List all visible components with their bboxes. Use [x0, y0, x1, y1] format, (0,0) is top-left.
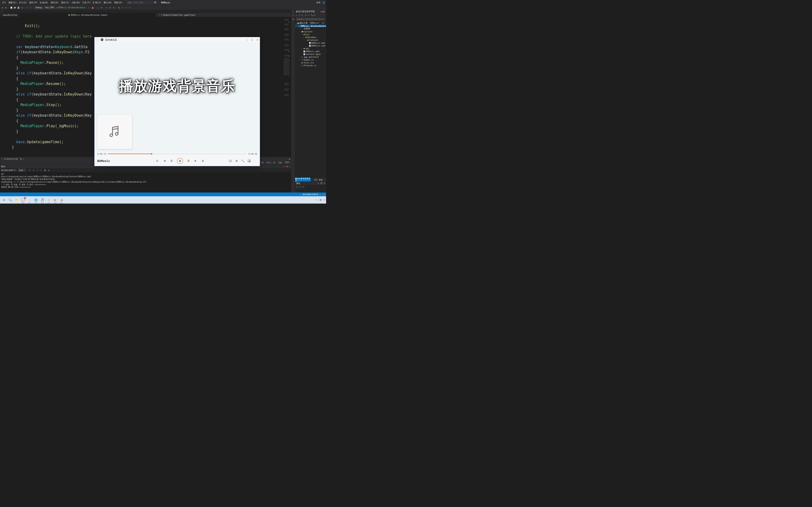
tray-chevron-icon[interactable]: へ — [315, 199, 318, 202]
menu-build[interactable]: 生成(B) — [39, 1, 49, 4]
menu-extensions[interactable]: 扩展(X) — [92, 1, 102, 4]
pin-icon[interactable]: 📌 — [321, 10, 324, 13]
search-input[interactable] — [128, 1, 154, 4]
miniplayer-icon[interactable] — [247, 159, 251, 162]
tab-git-changes[interactable]: Git 更改 — [311, 178, 326, 181]
tree-bin[interactable]: ▾📁bin — [295, 33, 326, 36]
tray-ime[interactable]: 英 — [319, 199, 322, 202]
menu-tools[interactable]: 工具(T) — [81, 1, 91, 4]
split-icon[interactable]: ⧉ — [292, 18, 294, 21]
forward-icon[interactable] — [187, 159, 190, 162]
tab-update-method[interactable]: ▾ ◆ Update(GameTime gameTime) — [156, 13, 291, 17]
tray-keyboard-icon[interactable]: ⌨ — [323, 199, 325, 201]
tab-solution-explorer[interactable]: 解决方案资源管理器 — [295, 178, 311, 181]
tree-windows[interactable]: ▾📁Windows — [295, 36, 326, 39]
task-app1[interactable]: ◧ — [53, 198, 58, 203]
menu-view[interactable]: 视图(V) — [7, 1, 18, 4]
tree-file-manifest[interactable]: ⚙app.manifest — [295, 56, 326, 58]
tree-file-icon[interactable]: 🖼Icon.ico — [295, 61, 326, 64]
task-vs[interactable]: ∞ — [46, 198, 51, 203]
minimize-icon[interactable]: — — [246, 38, 248, 41]
menu-analyze[interactable]: 分析(N) — [71, 1, 81, 4]
user-icon[interactable]: 👤 — [322, 1, 325, 4]
clear-all-icon[interactable]: 🗑 — [44, 169, 46, 172]
task-files[interactable]: 🗂 — [27, 198, 32, 203]
prev-track-icon[interactable] — [163, 159, 166, 162]
prop-btn[interactable] — [299, 186, 301, 188]
login-link[interactable]: 登录 — [316, 1, 320, 4]
dropdown-icon[interactable]: ▾ — [284, 165, 285, 167]
task-explorer[interactable]: 📁 — [14, 198, 19, 203]
volume-icon[interactable] — [235, 159, 238, 162]
global-search[interactable]: 🔍 — [126, 1, 157, 4]
crumb-toggle-icon[interactable]: ▸ — [1, 10, 3, 12]
tab-game1[interactable]: ⬤ BGMusic.WindowsDesktop.Game1 — [20, 13, 156, 17]
config-select[interactable]: Debug — [35, 6, 43, 9]
run-button[interactable]: ▶ BGMusic.WindowsDesktop ▾ — [56, 6, 87, 9]
status-indent[interactable]: 空格 — [278, 161, 282, 164]
output-text[interactable]: 前? Users\chengcong\source\repos\BGMusic\… — [0, 172, 291, 189]
redo-icon[interactable]: ↷ — [30, 6, 32, 9]
tree-file-mgcb[interactable]: 📄Content.mgcb — [295, 53, 326, 56]
save-icon[interactable]: 💾 — [17, 6, 20, 9]
menu-test[interactable]: 测试(S) — [60, 1, 70, 4]
step-icon[interactable]: ↹ — [112, 6, 115, 9]
media-player-window[interactable]: ← 媒体播放器 — ▢ ✕ 播放游戏背景音乐 — [94, 37, 260, 166]
task-app2[interactable]: ◨ — [59, 198, 64, 203]
tree-obj[interactable]: ▸📁obj — [295, 47, 326, 50]
refresh-icon[interactable]: ↻ — [308, 14, 310, 17]
media-back-button[interactable]: ← — [96, 38, 99, 41]
solution-search-input[interactable] — [296, 17, 325, 21]
preview-icon[interactable]: ⧉ — [314, 14, 316, 17]
menu-file[interactable]: (F) — [1, 1, 7, 4]
minimap-viewport[interactable] — [284, 58, 289, 75]
tool-icon[interactable]: ⎘ — [100, 6, 103, 9]
pin-icon[interactable]: 📌 — [286, 165, 288, 167]
task-search[interactable]: 🔍 — [8, 198, 13, 203]
tree-content[interactable]: ▾📁Content — [295, 30, 326, 33]
pause-button[interactable] — [177, 158, 183, 164]
close-icon[interactable]: ✕ — [257, 38, 258, 41]
filter-icon[interactable]: 🔧 ▾ — [19, 158, 24, 160]
solution-tree[interactable]: ▾📁解决方案 'BGMusic' (1 个项目, 共 ▾▣BGMusic.Win… — [295, 21, 326, 178]
tree-file-game1[interactable]: ▸C#Game1.cs — [295, 58, 326, 61]
cast-icon[interactable] — [229, 159, 232, 162]
more-icon[interactable]: ⋯ — [254, 159, 257, 162]
bookmark-icon[interactable]: ☐ — [125, 6, 128, 9]
minimap[interactable] — [284, 17, 289, 157]
progress-knob[interactable] — [151, 153, 152, 155]
menu-git[interactable]: Git(G) — [18, 1, 28, 4]
tree-solution-root[interactable]: ▾📁解决方案 'BGMusic' (1 个项目, 共 — [295, 22, 326, 25]
add-icon[interactable]: ＋ — [292, 10, 294, 13]
prop-btn[interactable] — [302, 186, 305, 188]
tree-deps[interactable]: ▸⬚依赖项 — [295, 27, 326, 30]
properties-icon[interactable]: 🔧 — [311, 14, 313, 17]
task-media[interactable]: 🎵 — [40, 198, 45, 203]
screwdriver-icon[interactable]: ✎ — [292, 14, 294, 17]
tree-content2[interactable]: ▾📁Content — [295, 39, 326, 42]
scroll-left-icon[interactable]: ◀ — [289, 158, 290, 160]
wrap-icon[interactable]: ↩ — [36, 169, 39, 172]
repo-icon[interactable]: ⬚ — [323, 193, 324, 195]
nav-fwd-icon[interactable]: ▶ — [5, 6, 7, 9]
status-eol[interactable]: CRLF — [285, 161, 290, 164]
save-all-icon[interactable]: 🗂 — [21, 6, 23, 9]
menu-help[interactable]: 帮助(H) — [113, 1, 123, 4]
show-all-icon[interactable]: 👁 — [305, 14, 307, 17]
toggle-icon[interactable]: ⇄ — [32, 169, 35, 172]
menu-debug[interactable]: 调试(D) — [50, 1, 60, 4]
goto-icon[interactable]: ⬚ — [40, 169, 43, 172]
undo-icon[interactable]: ↶ — [26, 6, 29, 9]
sync-icon[interactable]: ⟲ — [299, 14, 301, 17]
start-no-debug-icon[interactable]: ▷ — [88, 6, 91, 9]
bookmark-icon[interactable]: ☐ — [121, 6, 124, 9]
step-icon[interactable]: ⇤ — [105, 6, 108, 9]
nav-back-icon[interactable]: ◀ — [1, 6, 4, 9]
platform-select[interactable]: Any CPU — [44, 6, 55, 9]
start-button[interactable]: ⊞ — [1, 198, 7, 203]
next-track-icon[interactable] — [194, 159, 197, 162]
close-icon[interactable]: ✕ — [324, 10, 325, 13]
task-settings[interactable]: 💬1 — [21, 198, 26, 203]
tree-file-mp3[interactable]: 📄BGMusic.mp3 — [295, 50, 326, 53]
system-tray[interactable]: へ 英 ⌨ — [315, 199, 325, 202]
